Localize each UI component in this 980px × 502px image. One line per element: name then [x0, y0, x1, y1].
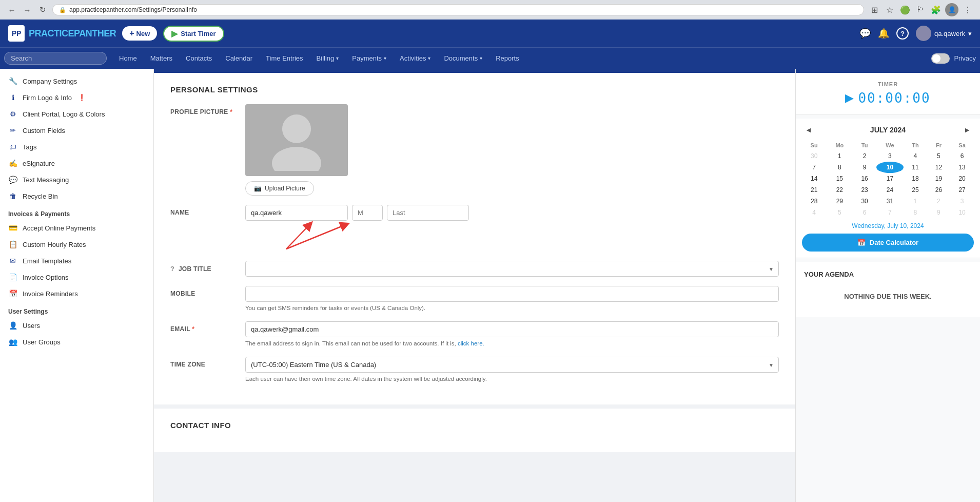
- calendar-day[interactable]: 19: [927, 173, 950, 184]
- help-button[interactable]: ?: [896, 27, 909, 40]
- date-calculator-button[interactable]: 📅 Date Calculator: [802, 234, 974, 252]
- email-hint-link[interactable]: click here.: [458, 340, 484, 346]
- middle-name-input[interactable]: [352, 205, 383, 221]
- sidebar-item-invoice-reminders[interactable]: 📅 Invoice Reminders: [0, 285, 153, 302]
- browser-menu-button[interactable]: ⋮: [962, 4, 974, 16]
- calendar-day[interactable]: 22: [826, 184, 853, 196]
- calendar-day[interactable]: 11: [904, 162, 927, 173]
- calendar-next-button[interactable]: ►: [961, 125, 974, 135]
- browser-user-avatar[interactable]: 👤: [945, 3, 958, 16]
- calendar-day[interactable]: 30: [802, 150, 826, 162]
- nav-calendar[interactable]: Calendar: [219, 50, 259, 66]
- calendar-day[interactable]: 1: [904, 196, 927, 207]
- calendar-day[interactable]: 14: [802, 173, 826, 184]
- new-button[interactable]: New: [122, 26, 157, 41]
- sidebar-item-tags[interactable]: 🏷 Tags: [0, 139, 153, 155]
- nav-activities[interactable]: Activities: [394, 50, 437, 66]
- job-title-select[interactable]: [245, 261, 779, 277]
- calendar-day[interactable]: 7: [876, 207, 904, 218]
- calendar-day[interactable]: 2: [927, 196, 950, 207]
- browser-extension-btn-2[interactable]: 🏳: [914, 4, 927, 16]
- browser-back-button[interactable]: ←: [6, 4, 17, 15]
- nav-home[interactable]: Home: [113, 50, 143, 66]
- calendar-day[interactable]: 8: [904, 207, 927, 218]
- calendar-day[interactable]: 4: [904, 150, 927, 162]
- sidebar-item-custom-fields[interactable]: ✏ Custom Fields: [0, 122, 153, 139]
- calendar-day[interactable]: 9: [853, 162, 876, 173]
- browser-extension-btn-1[interactable]: 🟢: [899, 4, 911, 16]
- calendar-day[interactable]: 31: [876, 196, 904, 207]
- calendar-day[interactable]: 6: [950, 150, 974, 162]
- calendar-day[interactable]: 7: [802, 162, 826, 173]
- privacy-toggle-switch[interactable]: [931, 53, 950, 64]
- calendar-day[interactable]: 3: [876, 150, 904, 162]
- sidebar-item-accept-payments[interactable]: 💳 Accept Online Payments: [0, 220, 153, 236]
- last-name-input[interactable]: [387, 205, 469, 221]
- calendar-day[interactable]: 30: [853, 196, 876, 207]
- sidebar-item-user-groups[interactable]: 👥 User Groups: [0, 334, 153, 350]
- upload-picture-button[interactable]: 📷 Upload Picture: [245, 181, 314, 196]
- calendar-day[interactable]: 28: [802, 196, 826, 207]
- calendar-day[interactable]: 24: [876, 184, 904, 196]
- sidebar-item-users[interactable]: 👤 Users: [0, 317, 153, 334]
- calendar-day[interactable]: 25: [904, 184, 927, 196]
- calendar-day[interactable]: 16: [853, 173, 876, 184]
- email-input[interactable]: [245, 321, 779, 337]
- calendar-day[interactable]: 10: [950, 207, 974, 218]
- calendar-day[interactable]: 3: [950, 196, 974, 207]
- calendar-day[interactable]: 9: [927, 207, 950, 218]
- calendar-day[interactable]: 5: [826, 207, 853, 218]
- browser-forward-button[interactable]: →: [22, 4, 33, 15]
- mobile-input[interactable]: [245, 286, 779, 302]
- first-name-input[interactable]: [245, 205, 348, 221]
- calendar-day[interactable]: 6: [853, 207, 876, 218]
- browser-refresh-button[interactable]: ↻: [37, 4, 48, 15]
- sidebar-item-invoice-options[interactable]: 📄 Invoice Options: [0, 269, 153, 285]
- calendar-day[interactable]: 20: [950, 173, 974, 184]
- calendar-day[interactable]: 27: [950, 184, 974, 196]
- calendar-day[interactable]: 15: [826, 173, 853, 184]
- start-timer-button[interactable]: ▶ Start Timer: [163, 26, 224, 42]
- browser-bookmark-button[interactable]: ☆: [884, 4, 896, 16]
- timer-play-icon[interactable]: ▶: [845, 91, 854, 105]
- nav-documents[interactable]: Documents: [438, 50, 488, 66]
- nav-contacts[interactable]: Contacts: [180, 50, 218, 66]
- notifications-button[interactable]: 🔔: [878, 28, 889, 39]
- nav-payments[interactable]: Payments: [346, 50, 393, 66]
- calendar-day[interactable]: 4: [802, 207, 826, 218]
- browser-extensions-button[interactable]: 🧩: [930, 4, 942, 16]
- calendar-day[interactable]: 2: [853, 150, 876, 162]
- sidebar-item-company-settings[interactable]: 🔧 Company Settings: [0, 73, 153, 89]
- calendar-day[interactable]: 23: [853, 184, 876, 196]
- calendar-body: 3012345678910111213141516171819202122232…: [802, 150, 974, 218]
- calendar-day[interactable]: 21: [802, 184, 826, 196]
- name-fields: [245, 205, 779, 221]
- sidebar-item-custom-hourly-rates[interactable]: 📋 Custom Hourly Rates: [0, 236, 153, 253]
- calendar-prev-button[interactable]: ◄: [802, 125, 815, 135]
- nav-time-entries[interactable]: Time Entries: [260, 50, 309, 66]
- sidebar-item-firm-logo[interactable]: ℹ Firm Logo & Info ❗: [0, 89, 153, 106]
- timezone-select[interactable]: (UTC-05:00) Eastern Time (US & Canada): [245, 357, 779, 373]
- sidebar-item-esignature[interactable]: ✍ eSignature: [0, 155, 153, 171]
- nav-billing[interactable]: Billing: [310, 50, 345, 66]
- calendar-day[interactable]: 18: [904, 173, 927, 184]
- sidebar-item-text-messaging[interactable]: 💬 Text Messaging: [0, 171, 153, 188]
- calendar-day[interactable]: 17: [876, 173, 904, 184]
- chat-button[interactable]: 💬: [859, 28, 871, 39]
- nav-matters[interactable]: Matters: [144, 50, 179, 66]
- calendar-day[interactable]: 26: [927, 184, 950, 196]
- browser-translate-button[interactable]: ⊞: [868, 4, 880, 16]
- user-menu-button[interactable]: qa.qawerk ▾: [916, 26, 972, 41]
- nav-reports[interactable]: Reports: [489, 50, 525, 66]
- calendar-day[interactable]: 13: [950, 162, 974, 173]
- calendar-day[interactable]: 8: [826, 162, 853, 173]
- calendar-day[interactable]: 10: [876, 162, 904, 173]
- calendar-day[interactable]: 12: [927, 162, 950, 173]
- calendar-day[interactable]: 1: [826, 150, 853, 162]
- calendar-day[interactable]: 29: [826, 196, 853, 207]
- calendar-day[interactable]: 5: [927, 150, 950, 162]
- sidebar-item-recycle-bin[interactable]: 🗑 Recycle Bin: [0, 188, 153, 204]
- sidebar-item-client-portal[interactable]: ⚙ Client Portal, Logo & Colors: [0, 106, 153, 122]
- search-input[interactable]: [4, 52, 107, 65]
- sidebar-item-email-templates[interactable]: ✉ Email Templates: [0, 253, 153, 269]
